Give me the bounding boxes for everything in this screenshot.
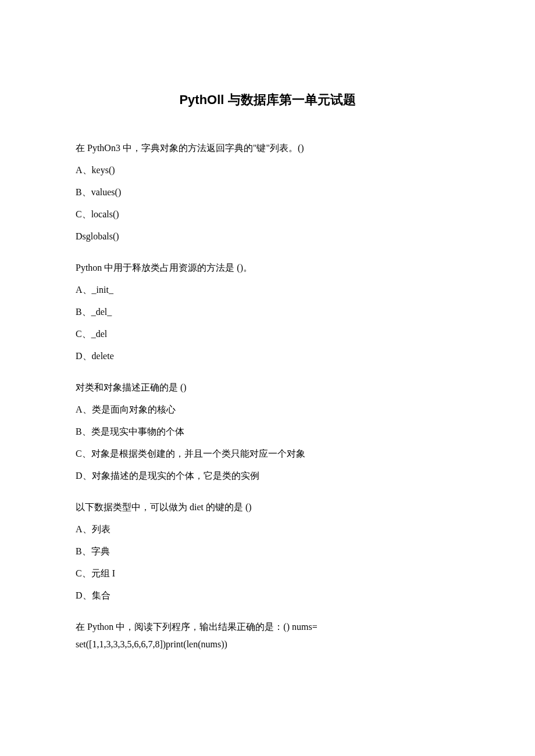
question-text: 对类和对象描述正确的是 () [76, 381, 459, 395]
question-4: 以下数据类型中，可以做为 diet 的键的是 () A、列表 B、字典 C、元组… [76, 500, 459, 603]
page-title: PythOll 与数据库第一单元试题 [76, 90, 459, 109]
question-5: 在 Python 中，阅读下列程序，输出结果正确的是：() nums= set(… [76, 620, 459, 651]
option-a: A、类是面向对象的核心 [76, 403, 459, 417]
option-b: B、类是现实中事物的个体 [76, 425, 459, 439]
question-text: 以下数据类型中，可以做为 diet 的键的是 () [76, 500, 459, 514]
option-b: B、values() [76, 185, 459, 199]
option-a: A、_init_ [76, 283, 459, 297]
question-text: 在 Python 中，阅读下列程序，输出结果正确的是：() nums= [76, 620, 459, 634]
option-d: D、对象描述的是现实的个体，它是类的实例 [76, 469, 459, 483]
option-d: D、集合 [76, 589, 459, 603]
option-c: C、元组 I [76, 567, 459, 581]
option-a: A、列表 [76, 522, 459, 536]
question-text: Python 中用于释放类占用资源的方法是 ()。 [76, 261, 459, 275]
question-code-line: set([1,1,3,3,3,5,6,6,7,8])print(len(nums… [76, 637, 459, 651]
option-a: A、keys() [76, 163, 459, 177]
option-c: C、对象是根据类创建的，并且一个类只能对应一个对象 [76, 447, 459, 461]
option-b: B、_del_ [76, 305, 459, 319]
question-3: 对类和对象描述正确的是 () A、类是面向对象的核心 B、类是现实中事物的个体 … [76, 381, 459, 483]
question-2: Python 中用于释放类占用资源的方法是 ()。 A、_init_ B、_de… [76, 261, 459, 363]
option-b: B、字典 [76, 544, 459, 558]
question-text: 在 PythOn3 中，字典对象的方法返回字典的"键"列表。() [76, 141, 459, 155]
option-d: Dsglobals() [76, 230, 459, 243]
option-d: D、delete [76, 349, 459, 363]
option-c: C、_del [76, 327, 459, 341]
question-1: 在 PythOn3 中，字典对象的方法返回字典的"键"列表。() A、keys(… [76, 141, 459, 243]
option-c: C、locals() [76, 207, 459, 221]
